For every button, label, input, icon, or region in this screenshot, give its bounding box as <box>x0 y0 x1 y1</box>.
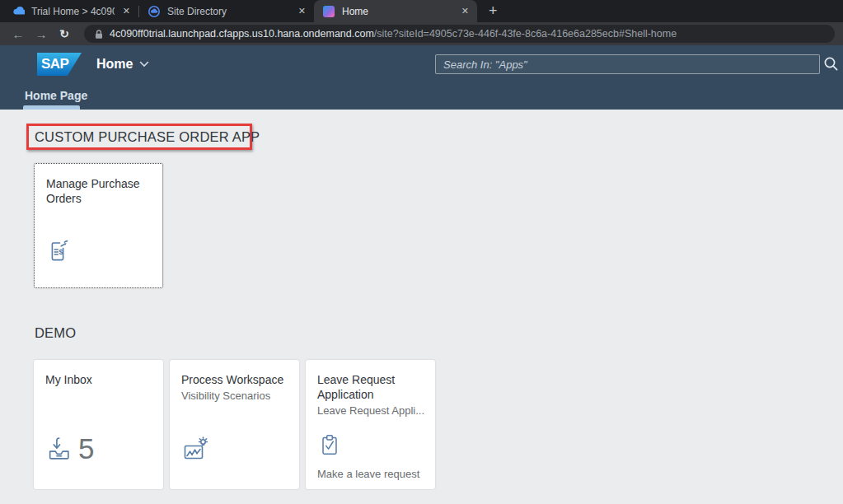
forward-icon[interactable]: → <box>31 27 51 41</box>
inbox-download-icon <box>45 435 73 462</box>
tile-subtitle: Leave Request Appli... <box>317 404 425 418</box>
launchpad-content: CUSTOM PURCHASE ORDER APP Manage Purchas… <box>0 110 843 504</box>
tile-title: My Inbox <box>45 372 153 387</box>
tab-title: Home <box>342 6 453 17</box>
tab-title: Trial Home > 4c090ff0trial > trial <box>31 6 115 17</box>
section-title-custom-po: CUSTOM PURCHASE ORDER APP <box>29 129 260 145</box>
tab-title: Site Directory <box>167 6 290 17</box>
url-domain: 4c090ff0trial.launchpad.cfapps.us10.hana… <box>110 28 374 40</box>
browser-tab-site-directory[interactable]: Site Directory ✕ <box>139 0 314 22</box>
close-icon[interactable]: ✕ <box>460 6 471 16</box>
tile-my-inbox[interactable]: My Inbox 5 <box>34 360 163 489</box>
clipboard-check-icon <box>317 432 342 458</box>
new-tab-button[interactable]: + <box>480 0 506 22</box>
tile-leave-request-application[interactable]: Leave Request Application Leave Request … <box>306 360 435 489</box>
tile-footer: Make a leave request <box>317 468 419 480</box>
close-icon[interactable]: ✕ <box>121 6 132 16</box>
svg-text:$: $ <box>59 247 63 256</box>
launchpad-icon <box>322 5 335 18</box>
refresh-icon[interactable]: ↻ <box>54 27 74 40</box>
chart-insight-bulb-icon <box>181 436 208 463</box>
tile-title: Manage Purchase Orders <box>46 176 152 206</box>
shell-header: SAP Home <box>0 45 843 83</box>
shell-title: Home <box>96 57 133 72</box>
inbox-count: 5 <box>78 434 94 463</box>
purchase-order-document-icon: $ <box>46 238 71 263</box>
cloud-icon <box>12 5 25 18</box>
browser-window: Trial Home > 4c090ff0trial > trial ✕ Sit… <box>0 0 843 504</box>
sap-logo[interactable]: SAP <box>37 53 82 76</box>
search-input[interactable] <box>435 54 820 74</box>
tile-process-workspace[interactable]: Process Workspace Visibility Scenarios <box>170 360 299 489</box>
address-bar[interactable]: 4c090ff0trial.launchpad.cfapps.us10.hana… <box>84 25 835 43</box>
close-icon[interactable]: ✕ <box>297 6 307 16</box>
browser-toolbar: ← → ↻ 4c090ff0trial.launchpad.cfapps.us1… <box>0 22 843 45</box>
shell-nav-bar: Home Page <box>0 83 843 110</box>
url-path: /site?siteId=4905c73e-446f-43fe-8c6a-416… <box>374 28 677 40</box>
shell-search <box>435 54 820 74</box>
lock-icon <box>94 29 104 40</box>
chevron-down-icon <box>139 61 149 68</box>
tile-title: Leave Request Application <box>317 372 425 402</box>
browser-tab-home[interactable]: Home ✕ <box>314 0 477 22</box>
browser-tab-bar: Trial Home > 4c090ff0trial > trial ✕ Sit… <box>0 0 843 22</box>
shell-title-menu[interactable]: Home <box>96 45 149 83</box>
site-directory-icon <box>148 5 161 18</box>
section-title-demo: DEMO <box>35 325 76 341</box>
browser-tab-trial-home[interactable]: Trial Home > 4c090ff0trial > trial ✕ <box>3 0 138 22</box>
tile-title: Process Workspace <box>181 372 289 387</box>
tile-manage-purchase-orders[interactable]: Manage Purchase Orders $ <box>34 163 163 288</box>
search-icon[interactable] <box>823 56 839 75</box>
url-text: 4c090ff0trial.launchpad.cfapps.us10.hana… <box>110 28 677 40</box>
back-icon[interactable]: ← <box>8 27 28 41</box>
annotation-highlight-box: CUSTOM PURCHASE ORDER APP <box>26 124 252 150</box>
tile-subtitle: Visibility Scenarios <box>181 390 289 403</box>
